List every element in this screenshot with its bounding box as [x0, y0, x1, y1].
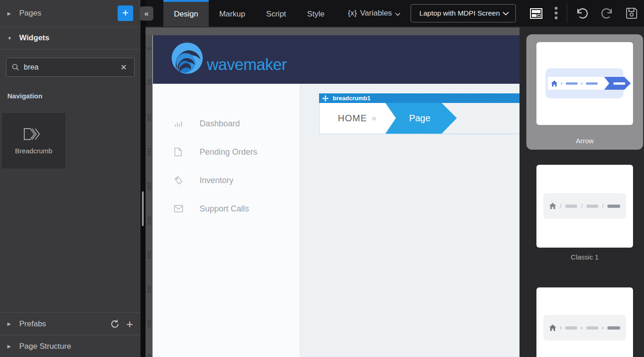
refresh-prefabs-icon[interactable] — [110, 319, 120, 329]
more-options-kebab-icon[interactable] — [548, 6, 564, 20]
widget-selection-bar[interactable]: breadcrumb1 — [319, 93, 520, 103]
home-icon — [549, 203, 556, 209]
chevron-right-icon: › — [581, 325, 583, 331]
crumb-placeholder — [586, 205, 598, 208]
chevron-right-icon: › — [602, 325, 604, 331]
breadcrumb-tile-label: Breadcrumb — [15, 147, 53, 155]
undo-icon[interactable] — [570, 7, 595, 19]
chevron-right-icon: › — [581, 80, 583, 87]
tab-design[interactable]: Design — [163, 0, 209, 27]
search-input[interactable] — [24, 63, 119, 71]
add-page-button[interactable]: + — [118, 5, 133, 21]
clear-search-icon[interactable]: ✕ — [119, 62, 129, 73]
add-prefab-icon[interactable]: + — [126, 319, 133, 329]
slash-separator: / — [581, 202, 583, 210]
vertical-ruler: 0 50 100 150 200 250 300 350 400 450 — [146, 35, 152, 357]
wavemaker-logo-text: wavemaker — [207, 55, 287, 74]
breadcrumb-item-page[interactable]: Page — [385, 103, 457, 134]
crumb-label: Page — [409, 113, 431, 124]
caret-right-icon: ▶ — [7, 344, 14, 349]
tag-icon — [174, 176, 184, 185]
ruler-label: 50 — [146, 79, 152, 85]
top-toolbar: « Design Markup Script Style {x} Variabl… — [146, 0, 644, 27]
page-left-nav: Dashboard Pending Orders — [153, 84, 300, 357]
slash-separator: / — [560, 202, 562, 210]
toolbar-icon-group — [524, 0, 644, 27]
chevron-down-icon — [395, 12, 400, 16]
widgets-label: Widgets — [19, 33, 49, 43]
pages-label: Pages — [19, 9, 41, 18]
ruler-label: 250 — [146, 216, 152, 222]
crumb-placeholder — [565, 205, 577, 208]
caret-right-icon: ▶ — [7, 11, 14, 16]
sidebar-scrollbar[interactable] — [141, 0, 146, 357]
tab-style[interactable]: Style — [297, 0, 335, 27]
home-icon — [549, 325, 556, 331]
scrollbar-thumb[interactable] — [142, 191, 144, 226]
style-option-third[interactable]: › › › — [536, 287, 633, 357]
sidebar-item-widgets[interactable]: ▼ Widgets — [0, 27, 141, 49]
classic1-style-preview: / / / — [543, 193, 626, 219]
variables-icon: {x} — [348, 9, 357, 18]
envelope-icon — [174, 205, 184, 212]
device-selector-dropdown[interactable]: Laptop with MDPI Screen — [411, 4, 516, 22]
sidebar-item-page-structure[interactable]: ▶ Page Structure — [0, 335, 141, 357]
chevron-down-icon — [503, 11, 509, 16]
caret-down-icon: ▼ — [7, 36, 14, 41]
slash-separator: / — [602, 202, 604, 210]
active-crumb-placeholder — [607, 205, 620, 208]
toolbar-divider — [567, 4, 567, 23]
crumb-placeholder — [566, 82, 578, 85]
nav-item-label: Pending Orders — [200, 147, 257, 157]
tab-script[interactable]: Script — [256, 0, 297, 27]
nav-item-support-calls[interactable]: Support Calls — [153, 195, 300, 223]
sidebar-item-prefabs[interactable]: ▶ Prefabs + — [0, 312, 141, 335]
breadcrumb-item-home[interactable]: HOME » — [319, 103, 395, 134]
breadcrumb-separator-icon: » — [372, 114, 376, 123]
style-option-label: Arrow — [526, 137, 643, 145]
widget-search-box: ✕ — [6, 58, 135, 77]
ruler-label: 450 — [146, 354, 152, 357]
ruler-label: 300 — [146, 251, 152, 257]
style-option-classic1[interactable]: / / / — [536, 165, 633, 248]
page-preview: wavemaker Dashboard — [152, 35, 520, 357]
search-icon — [12, 64, 19, 71]
nav-item-label: Inventory — [200, 176, 233, 185]
layout-preview-icon[interactable] — [524, 8, 548, 19]
widget-category-navigation: Navigation — [7, 92, 141, 100]
chevron-right-icon: › — [560, 325, 562, 331]
chevron-right-icon: › — [561, 80, 563, 87]
crumb-label: HOME — [338, 113, 367, 124]
ruler-label: 0 — [146, 46, 152, 52]
nav-item-dashboard[interactable]: Dashboard — [153, 109, 300, 138]
sidebar-item-pages[interactable]: ▶ Pages + — [0, 0, 141, 27]
third-style-preview: › › › — [543, 315, 626, 341]
variables-label: Variables — [360, 9, 392, 18]
nav-item-label: Dashboard — [200, 119, 240, 129]
home-icon — [551, 81, 557, 87]
nav-item-inventory[interactable]: Inventory — [153, 166, 300, 195]
bar-chart-icon — [174, 119, 184, 128]
style-option-label: Classic 1 — [526, 253, 643, 261]
crumb-placeholder — [565, 326, 577, 330]
active-crumb-placeholder — [607, 326, 620, 330]
page-header: wavemaker — [153, 35, 520, 84]
breadcrumb-widget-tile[interactable]: Breadcrumb — [2, 113, 65, 168]
nav-item-pending-orders[interactable]: Pending Orders — [153, 138, 300, 166]
style-option-card[interactable]: › › — [536, 42, 633, 125]
crumb-placeholder — [586, 326, 598, 330]
redo-icon[interactable] — [595, 7, 619, 19]
tab-variables[interactable]: {x} Variables — [348, 0, 400, 27]
save-icon[interactable] — [619, 7, 644, 20]
breadcrumb-style-panel: › › Arrow / / / — [520, 27, 644, 357]
move-icon[interactable] — [322, 95, 329, 102]
wavemaker-logo-icon — [170, 41, 204, 78]
style-option-arrow[interactable]: › › Arrow — [526, 34, 643, 150]
ruler-label: 350 — [146, 285, 152, 291]
ruler-label: 400 — [146, 319, 152, 325]
collapse-sidebar-button[interactable]: « — [140, 6, 153, 21]
breadcrumb-preview: HOME » Page — [319, 103, 520, 134]
breadcrumb-widget-selection[interactable]: breadcrumb1 HOME » Page — [319, 93, 520, 134]
ruler-label: 150 — [146, 148, 152, 154]
tab-markup[interactable]: Markup — [209, 0, 256, 27]
